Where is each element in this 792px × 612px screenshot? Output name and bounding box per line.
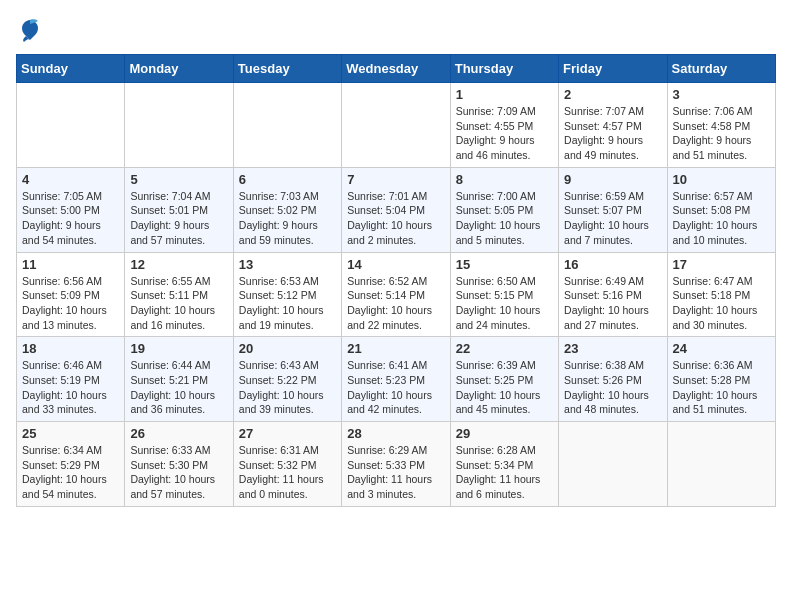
- day-info: Sunrise: 7:04 AM Sunset: 5:01 PM Dayligh…: [130, 189, 227, 248]
- calendar-cell: 7Sunrise: 7:01 AM Sunset: 5:04 PM Daylig…: [342, 167, 450, 252]
- calendar-cell: 23Sunrise: 6:38 AM Sunset: 5:26 PM Dayli…: [559, 337, 667, 422]
- day-number: 20: [239, 341, 336, 356]
- calendar-cell: 29Sunrise: 6:28 AM Sunset: 5:34 PM Dayli…: [450, 422, 558, 507]
- day-info: Sunrise: 7:07 AM Sunset: 4:57 PM Dayligh…: [564, 104, 661, 163]
- calendar-cell: 4Sunrise: 7:05 AM Sunset: 5:00 PM Daylig…: [17, 167, 125, 252]
- calendar-week-row: 18Sunrise: 6:46 AM Sunset: 5:19 PM Dayli…: [17, 337, 776, 422]
- day-number: 2: [564, 87, 661, 102]
- calendar-cell: [233, 83, 341, 168]
- calendar-cell: 8Sunrise: 7:00 AM Sunset: 5:05 PM Daylig…: [450, 167, 558, 252]
- day-number: 18: [22, 341, 119, 356]
- day-info: Sunrise: 6:38 AM Sunset: 5:26 PM Dayligh…: [564, 358, 661, 417]
- calendar-cell: 16Sunrise: 6:49 AM Sunset: 5:16 PM Dayli…: [559, 252, 667, 337]
- day-number: 7: [347, 172, 444, 187]
- calendar-cell: 3Sunrise: 7:06 AM Sunset: 4:58 PM Daylig…: [667, 83, 775, 168]
- calendar-cell: 24Sunrise: 6:36 AM Sunset: 5:28 PM Dayli…: [667, 337, 775, 422]
- day-number: 3: [673, 87, 770, 102]
- day-number: 9: [564, 172, 661, 187]
- day-info: Sunrise: 6:29 AM Sunset: 5:33 PM Dayligh…: [347, 443, 444, 502]
- day-number: 21: [347, 341, 444, 356]
- day-number: 28: [347, 426, 444, 441]
- calendar-week-row: 4Sunrise: 7:05 AM Sunset: 5:00 PM Daylig…: [17, 167, 776, 252]
- weekday-header-thursday: Thursday: [450, 55, 558, 83]
- calendar-cell: 10Sunrise: 6:57 AM Sunset: 5:08 PM Dayli…: [667, 167, 775, 252]
- calendar-cell: 19Sunrise: 6:44 AM Sunset: 5:21 PM Dayli…: [125, 337, 233, 422]
- calendar-header-row: SundayMondayTuesdayWednesdayThursdayFrid…: [17, 55, 776, 83]
- day-number: 4: [22, 172, 119, 187]
- calendar-cell: 20Sunrise: 6:43 AM Sunset: 5:22 PM Dayli…: [233, 337, 341, 422]
- day-number: 17: [673, 257, 770, 272]
- day-info: Sunrise: 6:50 AM Sunset: 5:15 PM Dayligh…: [456, 274, 553, 333]
- day-info: Sunrise: 6:55 AM Sunset: 5:11 PM Dayligh…: [130, 274, 227, 333]
- calendar-table: SundayMondayTuesdayWednesdayThursdayFrid…: [16, 54, 776, 507]
- calendar-cell: 27Sunrise: 6:31 AM Sunset: 5:32 PM Dayli…: [233, 422, 341, 507]
- calendar-week-row: 1Sunrise: 7:09 AM Sunset: 4:55 PM Daylig…: [17, 83, 776, 168]
- day-number: 16: [564, 257, 661, 272]
- day-info: Sunrise: 7:03 AM Sunset: 5:02 PM Dayligh…: [239, 189, 336, 248]
- day-number: 12: [130, 257, 227, 272]
- day-info: Sunrise: 6:39 AM Sunset: 5:25 PM Dayligh…: [456, 358, 553, 417]
- day-info: Sunrise: 7:00 AM Sunset: 5:05 PM Dayligh…: [456, 189, 553, 248]
- weekday-header-saturday: Saturday: [667, 55, 775, 83]
- day-info: Sunrise: 6:36 AM Sunset: 5:28 PM Dayligh…: [673, 358, 770, 417]
- day-number: 27: [239, 426, 336, 441]
- day-info: Sunrise: 6:53 AM Sunset: 5:12 PM Dayligh…: [239, 274, 336, 333]
- day-info: Sunrise: 6:46 AM Sunset: 5:19 PM Dayligh…: [22, 358, 119, 417]
- day-info: Sunrise: 7:01 AM Sunset: 5:04 PM Dayligh…: [347, 189, 444, 248]
- day-info: Sunrise: 6:47 AM Sunset: 5:18 PM Dayligh…: [673, 274, 770, 333]
- calendar-cell: [125, 83, 233, 168]
- weekday-header-wednesday: Wednesday: [342, 55, 450, 83]
- day-info: Sunrise: 6:49 AM Sunset: 5:16 PM Dayligh…: [564, 274, 661, 333]
- calendar-cell: 11Sunrise: 6:56 AM Sunset: 5:09 PM Dayli…: [17, 252, 125, 337]
- day-number: 15: [456, 257, 553, 272]
- day-number: 6: [239, 172, 336, 187]
- calendar-cell: 9Sunrise: 6:59 AM Sunset: 5:07 PM Daylig…: [559, 167, 667, 252]
- day-number: 8: [456, 172, 553, 187]
- day-number: 29: [456, 426, 553, 441]
- day-number: 26: [130, 426, 227, 441]
- day-info: Sunrise: 7:05 AM Sunset: 5:00 PM Dayligh…: [22, 189, 119, 248]
- day-number: 11: [22, 257, 119, 272]
- calendar-cell: [17, 83, 125, 168]
- page-header: [16, 16, 776, 44]
- weekday-header-monday: Monday: [125, 55, 233, 83]
- calendar-cell: 25Sunrise: 6:34 AM Sunset: 5:29 PM Dayli…: [17, 422, 125, 507]
- day-info: Sunrise: 6:34 AM Sunset: 5:29 PM Dayligh…: [22, 443, 119, 502]
- weekday-header-sunday: Sunday: [17, 55, 125, 83]
- calendar-cell: 22Sunrise: 6:39 AM Sunset: 5:25 PM Dayli…: [450, 337, 558, 422]
- day-number: 25: [22, 426, 119, 441]
- calendar-cell: 28Sunrise: 6:29 AM Sunset: 5:33 PM Dayli…: [342, 422, 450, 507]
- calendar-cell: 15Sunrise: 6:50 AM Sunset: 5:15 PM Dayli…: [450, 252, 558, 337]
- calendar-cell: 1Sunrise: 7:09 AM Sunset: 4:55 PM Daylig…: [450, 83, 558, 168]
- day-number: 22: [456, 341, 553, 356]
- day-info: Sunrise: 7:09 AM Sunset: 4:55 PM Dayligh…: [456, 104, 553, 163]
- calendar-cell: 26Sunrise: 6:33 AM Sunset: 5:30 PM Dayli…: [125, 422, 233, 507]
- day-number: 10: [673, 172, 770, 187]
- weekday-header-tuesday: Tuesday: [233, 55, 341, 83]
- day-number: 24: [673, 341, 770, 356]
- day-info: Sunrise: 6:56 AM Sunset: 5:09 PM Dayligh…: [22, 274, 119, 333]
- day-info: Sunrise: 6:31 AM Sunset: 5:32 PM Dayligh…: [239, 443, 336, 502]
- calendar-cell: 21Sunrise: 6:41 AM Sunset: 5:23 PM Dayli…: [342, 337, 450, 422]
- day-info: Sunrise: 6:52 AM Sunset: 5:14 PM Dayligh…: [347, 274, 444, 333]
- day-number: 5: [130, 172, 227, 187]
- day-number: 23: [564, 341, 661, 356]
- calendar-week-row: 25Sunrise: 6:34 AM Sunset: 5:29 PM Dayli…: [17, 422, 776, 507]
- day-info: Sunrise: 6:59 AM Sunset: 5:07 PM Dayligh…: [564, 189, 661, 248]
- calendar-cell: 14Sunrise: 6:52 AM Sunset: 5:14 PM Dayli…: [342, 252, 450, 337]
- day-number: 14: [347, 257, 444, 272]
- calendar-cell: 17Sunrise: 6:47 AM Sunset: 5:18 PM Dayli…: [667, 252, 775, 337]
- calendar-cell: 5Sunrise: 7:04 AM Sunset: 5:01 PM Daylig…: [125, 167, 233, 252]
- day-info: Sunrise: 6:43 AM Sunset: 5:22 PM Dayligh…: [239, 358, 336, 417]
- calendar-cell: [559, 422, 667, 507]
- day-info: Sunrise: 6:44 AM Sunset: 5:21 PM Dayligh…: [130, 358, 227, 417]
- day-info: Sunrise: 6:33 AM Sunset: 5:30 PM Dayligh…: [130, 443, 227, 502]
- day-number: 1: [456, 87, 553, 102]
- logo-bird-icon: [16, 16, 44, 44]
- day-info: Sunrise: 6:57 AM Sunset: 5:08 PM Dayligh…: [673, 189, 770, 248]
- day-number: 19: [130, 341, 227, 356]
- calendar-cell: 12Sunrise: 6:55 AM Sunset: 5:11 PM Dayli…: [125, 252, 233, 337]
- day-info: Sunrise: 6:41 AM Sunset: 5:23 PM Dayligh…: [347, 358, 444, 417]
- calendar-cell: 13Sunrise: 6:53 AM Sunset: 5:12 PM Dayli…: [233, 252, 341, 337]
- logo: [16, 16, 48, 44]
